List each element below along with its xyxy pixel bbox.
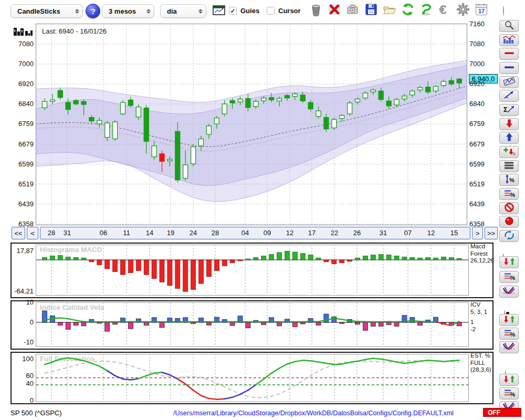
arrow-down-red-icon: [503, 118, 516, 131]
tool-red-hline-button[interactable]: [499, 48, 519, 60]
magnifier-icon: [503, 20, 516, 33]
cursor-label: Cursor: [278, 7, 301, 15]
stoch-tick-label: 60: [12, 372, 34, 380]
main-panel-radio[interactable]: [503, 6, 504, 16]
help-button[interactable]: ?: [86, 4, 100, 18]
refresh-button[interactable]: [400, 3, 416, 18]
tool-levels-percent-button[interactable]: %: [499, 188, 519, 200]
icv-last-value-1: 1: [470, 319, 487, 326]
icv-levels-percent-button[interactable]: %: [499, 328, 519, 340]
macd-stoch-curves-button[interactable]: [499, 286, 519, 298]
sync-button[interactable]: [418, 3, 434, 18]
tool-record-button[interactable]: [499, 216, 519, 228]
tool-blue-hline-button[interactable]: [499, 62, 519, 74]
guies-checkbox[interactable]: ✓: [229, 7, 237, 15]
y-axis-label: 6679: [12, 140, 34, 148]
y-axis-label: 6439: [469, 200, 485, 208]
stoch-tick-label: 100: [12, 355, 34, 363]
levels-percent-icon: %: [503, 188, 516, 201]
tool-magnifier-button[interactable]: [499, 20, 519, 32]
macd-name-line2: Forest: [470, 250, 494, 258]
nav-first-button[interactable]: <<: [12, 227, 25, 239]
stoch-tick-label: 40: [12, 380, 34, 387]
nav-next-button[interactable]: >: [472, 227, 483, 239]
macd-levels-percent-button[interactable]: %: [499, 271, 519, 283]
tool-prohibited-button[interactable]: [499, 202, 519, 214]
date-tick-label: 19: [167, 229, 174, 237]
stoch-levels-percent-button[interactable]: %: [499, 387, 519, 400]
tool-arrow-up-blue-button[interactable]: [499, 132, 519, 144]
stoch-arrows-down-up-button[interactable]: [499, 374, 519, 386]
svg-text:%: %: [510, 191, 515, 197]
icv-tick-label: -10: [12, 338, 34, 346]
icv-params: 5, 3, 1: [470, 309, 487, 316]
y-axis-label: 6920: [12, 80, 34, 88]
tool-trendline-button[interactable]: [499, 90, 519, 102]
delete-button[interactable]: [327, 3, 342, 18]
period-select[interactable]: 3 mesos: [102, 4, 154, 18]
y-axis-label: 6840: [469, 100, 485, 108]
save-button[interactable]: [363, 3, 379, 18]
chart-window-icon: [212, 4, 226, 19]
macd-min-label: -64,21: [12, 287, 34, 295]
tool-refresh-arrows-button[interactable]: [499, 230, 519, 242]
date-tick-label: 28: [212, 229, 219, 237]
interval-select[interactable]: dia: [160, 4, 206, 18]
y-axis-label: 6439: [12, 200, 34, 208]
chevron-updown-icon: [146, 9, 151, 14]
chart-type-select[interactable]: CandleSticks: [10, 4, 83, 18]
tool-arrow-down-red-button[interactable]: [499, 118, 519, 130]
off-toggle[interactable]: OFF: [483, 408, 521, 417]
date-tick-label: 12: [286, 229, 293, 237]
y-axis-label: 6920: [469, 80, 485, 88]
nav-prev-button[interactable]: <: [27, 227, 38, 239]
svg-text:%: %: [510, 274, 515, 280]
y-axis-label: 6599: [12, 160, 34, 168]
levels-percent-icon: %: [503, 271, 516, 284]
stoch-curves-icon: [502, 341, 516, 354]
y-axis-label: 6519: [12, 180, 34, 188]
record-icon: [503, 216, 516, 228]
settings-button[interactable]: [455, 3, 471, 18]
tool-indicator-histogram-button[interactable]: [499, 34, 519, 46]
refresh-arrows-icon: [503, 230, 516, 243]
date-tick-label: 28: [48, 229, 55, 237]
snapshot-button[interactable]: [345, 3, 361, 18]
levels-percent-icon: %: [503, 387, 516, 400]
svg-text:Σ: Σ: [503, 106, 508, 113]
refresh-icon: [401, 2, 415, 19]
stoch-tick-label: 0: [12, 396, 34, 404]
stoch-name-line2: FULL: [470, 360, 491, 367]
trash-button[interactable]: [308, 3, 324, 18]
y-axis-label: 7160: [469, 20, 485, 28]
trendline-icon: [503, 90, 516, 102]
cursor-checkbox[interactable]: [267, 7, 275, 15]
settings-icon: [456, 2, 470, 19]
svg-text:17: 17: [478, 8, 485, 14]
red-hline-icon: [503, 48, 516, 60]
indicator-histogram-icon: [502, 34, 516, 47]
open-folder-button[interactable]: [382, 3, 397, 18]
tool-channel-button[interactable]: [499, 76, 519, 88]
vertical-range-percent-icon: %: [503, 174, 516, 186]
chart-window-button[interactable]: [211, 4, 227, 19]
nav-last-button[interactable]: >>: [485, 227, 498, 239]
delete-icon: [327, 2, 342, 19]
stoch-name-line1: EST. %: [470, 352, 491, 360]
tool-list-button[interactable]: [499, 160, 519, 172]
tool-signal-markers-button[interactable]: [499, 146, 519, 158]
svg-text:%: %: [509, 176, 514, 183]
icv-stoch-curves-button[interactable]: [499, 341, 519, 353]
date-tick-label: 15: [450, 229, 458, 237]
macd-arrows-down-up-button[interactable]: [499, 256, 519, 268]
macd-max-label: 17,87: [12, 247, 34, 255]
icv-arrows-down-up-button[interactable]: [499, 314, 519, 326]
tool-vertical-range-percent-button[interactable]: %: [499, 174, 519, 186]
euro-button[interactable]: €: [437, 3, 453, 18]
icv-tick-label: 0: [12, 318, 34, 326]
date-tick-label: 04: [242, 229, 249, 237]
y-axis-label: 7000: [469, 60, 485, 68]
date-tick-label: 24: [190, 229, 197, 237]
tool-sigma-trendline-button[interactable]: Σ: [499, 104, 519, 116]
calendar-button[interactable]: 17: [474, 3, 489, 18]
